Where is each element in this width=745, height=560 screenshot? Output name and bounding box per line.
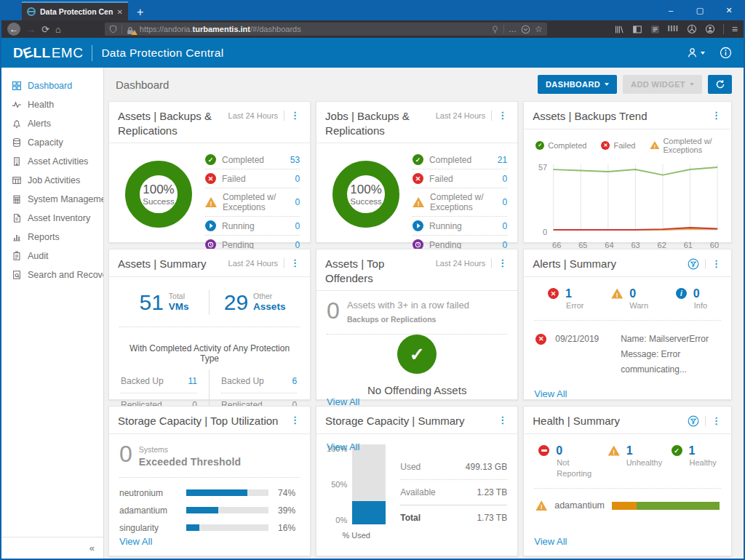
sidebar-item-asset-activities[interactable]: Asset Activities <box>1 152 103 171</box>
back-button[interactable]: ← <box>7 23 20 36</box>
refresh-button[interactable] <box>708 75 732 94</box>
total-row: Total1.73 TB <box>400 505 507 530</box>
new-tab-button[interactable]: + <box>137 7 143 18</box>
card-menu-icon[interactable]: ⋮ <box>712 111 722 121</box>
card-title: Assets | Backups & Replications <box>118 109 228 137</box>
alert-list-item[interactable]: ✕ 09/21/2019 Name: MailserverError Messa… <box>534 321 721 388</box>
url-bar[interactable]: https://andoria.turbamentis.int/#/dashbo… <box>105 23 547 36</box>
utilization-list: neutronium74% adamantium39% singularity1… <box>119 488 300 533</box>
view-all-link[interactable]: View All <box>534 536 721 547</box>
card-title: Health | Summary <box>533 414 688 428</box>
card-title: Storage Capacity | Top Utilization <box>118 414 290 428</box>
sidebar-item-health[interactable]: Health <box>1 95 103 114</box>
window-close-button[interactable]: ✕ <box>714 6 744 15</box>
extension-notes-icon[interactable] <box>650 25 660 34</box>
filter-button[interactable] <box>688 415 699 427</box>
card-period: Last 24 Hours <box>228 259 278 268</box>
sidebar-item-search-and-recovery[interactable]: Search and Recove... <box>1 265 103 284</box>
lightbulb-icon[interactable] <box>491 25 499 34</box>
sidebar-item-reports[interactable]: Reports <box>1 228 103 247</box>
insecure-lock-icon[interactable] <box>127 25 135 33</box>
healthy-segment <box>637 502 720 510</box>
clipboard-icon <box>12 251 22 261</box>
y-tick: 57 <box>534 163 547 172</box>
bookmark-star-icon[interactable]: ☆ <box>535 25 543 33</box>
info-icon[interactable] <box>720 47 732 59</box>
health-list-item[interactable]: ! adamantium <box>534 489 721 522</box>
card-menu-icon[interactable]: ⋮ <box>705 259 722 269</box>
sidebar-item-asset-inventory[interactable]: Asset Inventory <box>1 209 103 228</box>
trend-chart: 57 0 <box>534 161 721 240</box>
running-play-icon <box>413 220 423 231</box>
sidebar-item-capacity[interactable]: Capacity <box>1 133 103 152</box>
sidebar-item-alerts[interactable]: Alerts <box>1 114 103 133</box>
utilization-bar <box>186 507 218 513</box>
sidebar-item-system-management[interactable]: System Management <box>1 190 103 209</box>
status-row: !Completed w/ Exceptions0 <box>413 188 507 217</box>
pocket-icon[interactable] <box>521 25 530 34</box>
app-title: Data Protection Central <box>101 47 223 60</box>
page-actions-icon[interactable]: … <box>509 25 517 33</box>
library-icon[interactable] <box>614 25 624 34</box>
utilization-row: singularity16% <box>119 523 300 533</box>
sidebar-item-job-activities[interactable]: Job Activities <box>1 171 103 190</box>
extension-tally-icon[interactable]: IIII <box>668 25 679 33</box>
card-menu-icon[interactable]: ⋮ <box>284 111 301 121</box>
page-title: Dashboard <box>116 79 169 91</box>
sidebar-item-dashboard[interactable]: Dashboard <box>1 76 103 95</box>
window-maximize-button[interactable]: ▢ <box>685 6 714 15</box>
card-menu-icon[interactable]: ⋮ <box>491 258 509 268</box>
backed-up-row: Backed Up6 <box>221 369 297 393</box>
toolbar-divider <box>723 24 724 34</box>
tracking-shield-icon[interactable] <box>109 25 117 33</box>
capacity-bar-fill <box>352 501 386 524</box>
sidebar-item-audit[interactable]: Audit <box>1 247 103 265</box>
card-menu-icon[interactable]: ⋮ <box>705 416 722 426</box>
window-minimize-button[interactable]: – <box>656 6 685 15</box>
donut-label: Success <box>143 197 174 206</box>
view-all-link[interactable]: View All <box>119 536 300 547</box>
sidebar-toggle-icon[interactable] <box>632 25 642 34</box>
capacity-bar-track <box>352 444 386 524</box>
file-icon <box>12 213 22 223</box>
url-text[interactable]: https://andoria.turbamentis.int/#/dashbo… <box>140 25 487 33</box>
view-all-link[interactable]: View All <box>534 388 721 399</box>
user-menu-button[interactable] <box>686 47 705 59</box>
not-reporting-icon <box>538 445 549 456</box>
success-donut: 100%Success <box>332 161 399 228</box>
card-menu-icon[interactable]: ⋮ <box>290 415 301 425</box>
sidebar-collapse-button[interactable]: « <box>1 537 103 559</box>
card-menu-icon[interactable]: ⋮ <box>498 415 509 425</box>
threshold-label-top: Systems <box>139 445 168 454</box>
dashboard-menu-label: DASHBOARD <box>546 80 600 89</box>
account-icon[interactable] <box>705 24 715 34</box>
filter-button[interactable] <box>688 258 699 270</box>
sidebar-item-label: Capacity <box>28 137 63 148</box>
info-stat: i0Info <box>676 287 707 311</box>
add-widget-button[interactable]: ADD WIDGET <box>623 75 702 94</box>
status-label: Completed w/ Exceptions <box>430 192 496 212</box>
sidebar-item-label: Job Activities <box>28 175 80 185</box>
browser-navbar: ← → ⟳ ⌂ https://andoria.turbamentis.int/… <box>1 20 744 38</box>
alert-message: Name: MailserverError Message: Error com… <box>621 332 720 377</box>
bar-label: % Used <box>342 531 370 540</box>
forward-button[interactable]: → <box>26 25 36 34</box>
tab-title: Data Protection Central <box>40 7 113 16</box>
refresh-icon <box>715 79 725 89</box>
menu-icon[interactable]: ≡ <box>732 24 738 34</box>
browser-tab[interactable]: Data Protection Central ✕ <box>22 1 128 20</box>
tab-close-icon[interactable]: ✕ <box>117 8 123 16</box>
home-button[interactable]: ⌂ <box>55 25 61 34</box>
capacity-table: Used499.13 GB Available1.23 TB Total1.73… <box>400 441 507 548</box>
view-all-link[interactable]: View All <box>327 441 359 452</box>
offender-count-label: Assets with 3+ in a row failed <box>347 300 469 311</box>
card-assets-backups-replications: Assets | Backups & Replications Last 24 … <box>108 101 311 243</box>
card-menu-icon[interactable]: ⋮ <box>284 258 301 268</box>
reload-button[interactable]: ⟳ <box>41 25 49 34</box>
card-menu-icon[interactable]: ⋮ <box>491 111 509 121</box>
dashboard-menu-button[interactable]: DASHBOARD <box>538 75 617 94</box>
status-row: ✓Completed21 <box>413 151 507 169</box>
status-label: Completed <box>222 155 264 165</box>
extension-wheel-icon[interactable] <box>687 24 697 34</box>
table-icon <box>12 175 22 185</box>
